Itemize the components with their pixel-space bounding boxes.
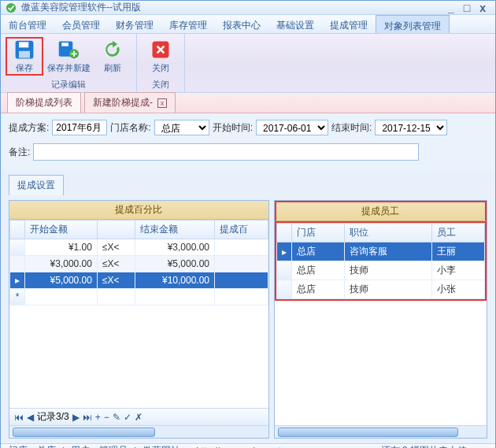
status-store: 门店：总店 — [9, 444, 56, 448]
window-title: 傲蓝美容院管理软件--试用版 — [21, 1, 443, 14]
percentage-grid: 提成百分比 开始金额结束金额提成百¥1.00≤X<¥3,000.00¥3,000… — [9, 200, 269, 439]
ribbon-group-close: 关闭 关闭 — [137, 34, 185, 92]
refresh-button[interactable]: 刷新 — [94, 37, 131, 76]
plan-label: 提成方案: — [9, 121, 49, 135]
document-tabs: 阶梯提成列表新建阶梯提成-x — [1, 93, 495, 113]
menu-item[interactable]: 前台管理 — [1, 15, 54, 33]
svg-point-0 — [6, 2, 16, 12]
svg-rect-3 — [19, 51, 30, 58]
employee-grid: 提成员工 门店职位员工▸总店咨询客服王丽总店技师小李总店技师小张 — [274, 200, 487, 439]
remark-input[interactable] — [33, 143, 419, 161]
ribbon-group-close-label: 关闭 — [137, 79, 184, 92]
sub-tabs: 提成设置 — [1, 172, 495, 195]
table-row[interactable]: ¥3,000.00≤X<¥5,000.00 — [10, 256, 268, 272]
minimize-button[interactable]: _ — [443, 2, 459, 14]
tab-commission-settings[interactable]: 提成设置 — [9, 175, 64, 195]
close-window-button[interactable]: x — [475, 2, 490, 14]
col-header[interactable]: 员工 — [431, 224, 484, 243]
app-window: 傲蓝美容院管理软件--试用版 _ □ x 前台管理会员管理财务管理库存管理报表中… — [0, 0, 496, 448]
status-user: 用户：管理员 — [71, 444, 128, 448]
menu-item[interactable]: 库存管理 — [161, 15, 215, 33]
ribbon-group-edit: 保存 保存并新建 刷新 记录编辑 — [1, 34, 137, 92]
pager-first[interactable]: ⏮ — [14, 412, 24, 423]
employee-grid-title: 提成员工 — [275, 201, 487, 221]
pager-prev[interactable]: ◀ — [27, 412, 34, 423]
doc-tab[interactable]: 新建阶梯提成-x — [84, 92, 176, 113]
percentage-hscroll[interactable] — [9, 425, 268, 438]
save-button[interactable]: 保存 — [6, 37, 43, 76]
menu-item[interactable]: 提成管理 — [322, 15, 376, 33]
col-header[interactable] — [97, 220, 135, 239]
save-icon — [13, 39, 35, 61]
end-date-input[interactable]: 2017-12-15 — [375, 120, 447, 135]
menu-item[interactable]: 基础设置 — [268, 15, 322, 33]
close-icon — [150, 39, 172, 61]
col-header[interactable]: 结束金额 — [135, 220, 214, 239]
ribbon: 保存 保存并新建 刷新 记录编辑 关闭 关闭 — [1, 34, 495, 93]
pager-last[interactable]: ⏭ — [83, 412, 92, 423]
table-row[interactable]: ▸¥5,000.00≤X<¥10,000.00 — [10, 272, 268, 289]
pager-add[interactable]: + — [95, 412, 101, 423]
start-label: 开始时间: — [213, 121, 253, 135]
save-label: 保存 — [16, 62, 33, 74]
pager-next[interactable]: ▶ — [72, 412, 80, 423]
status-link-label: 傲蓝网站： — [143, 444, 190, 448]
status-link[interactable]: http://www.aolan.net — [196, 446, 281, 449]
close-button[interactable]: 关闭 — [142, 37, 180, 76]
menu-item[interactable]: 会员管理 — [54, 15, 108, 33]
table-row[interactable]: ¥1.00≤X<¥3,000.00 — [10, 239, 268, 256]
menu-item[interactable]: 财务管理 — [108, 15, 161, 33]
save-new-icon — [57, 39, 80, 61]
refresh-label: 刷新 — [104, 62, 121, 74]
employee-hscroll[interactable] — [275, 425, 487, 438]
svg-rect-2 — [19, 42, 28, 47]
plan-input[interactable] — [52, 120, 107, 135]
tab-close-icon[interactable]: x — [157, 98, 167, 108]
status-upload: 还有 0 幅图片未上传。 — [381, 444, 476, 448]
titlebar: 傲蓝美容院管理软件--试用版 _ □ x — [1, 1, 495, 15]
svg-rect-5 — [61, 43, 68, 46]
percentage-table[interactable]: 开始金额结束金额提成百¥1.00≤X<¥3,000.00¥3,000.00≤X<… — [9, 220, 268, 305]
grids-container: 提成百分比 开始金额结束金额提成百¥1.00≤X<¥3,000.00¥3,000… — [1, 195, 495, 443]
pager-edit[interactable]: ✎ — [113, 412, 120, 423]
table-row[interactable]: 总店技师小李 — [276, 261, 484, 280]
pager-status: 记录3/3 — [37, 410, 69, 424]
start-date-input[interactable]: 2017-06-01 — [256, 120, 328, 135]
doc-tab[interactable]: 阶梯提成列表 — [7, 92, 81, 113]
percentage-grid-title: 提成百分比 — [9, 201, 268, 220]
percentage-pager: ⏮ ◀ 记录3/3 ▶ ⏭ + − ✎ ✓ ✗ — [9, 408, 268, 425]
end-label: 结束时间: — [331, 121, 372, 135]
col-header[interactable]: 职位 — [345, 224, 432, 243]
save-new-label: 保存并新建 — [47, 62, 91, 74]
main-menu: 前台管理会员管理财务管理库存管理报表中心基础设置提成管理对象列表管理 — [1, 15, 495, 34]
table-row[interactable]: 总店技师小张 — [276, 280, 484, 299]
save-and-new-button[interactable]: 保存并新建 — [46, 37, 91, 76]
col-header[interactable]: 门店 — [291, 224, 344, 243]
maximize-button[interactable]: □ — [459, 2, 475, 14]
refresh-icon — [102, 39, 124, 61]
table-row[interactable]: ▸总店咨询客服王丽 — [276, 243, 484, 261]
col-header[interactable]: 提成百 — [215, 220, 268, 239]
chevron-down-icon[interactable]: ▾ — [483, 446, 487, 449]
app-logo-icon — [6, 2, 17, 13]
col-header[interactable]: 开始金额 — [25, 220, 98, 239]
filter-form: 提成方案: 门店名称: 总店 开始时间: 2017-06-01 结束时间: 20… — [1, 113, 495, 172]
menu-item[interactable]: 报表中心 — [215, 15, 268, 33]
menu-item[interactable]: 对象列表管理 — [376, 15, 450, 33]
close-label: 关闭 — [152, 62, 169, 74]
ribbon-group-edit-label: 记录编辑 — [1, 79, 136, 92]
status-bar: 门店：总店 | 用户：管理员 | 傲蓝网站： http://www.aolan.… — [1, 443, 495, 448]
pager-remove[interactable]: − — [104, 412, 109, 423]
remark-label: 备注: — [9, 146, 30, 159]
pager-cancel[interactable]: ✗ — [135, 412, 143, 423]
store-select[interactable]: 总店 — [154, 120, 209, 135]
store-label: 门店名称: — [110, 121, 150, 135]
employee-table[interactable]: 门店职位员工▸总店咨询客服王丽总店技师小李总店技师小张 — [276, 223, 485, 299]
pager-ok[interactable]: ✓ — [124, 412, 131, 423]
